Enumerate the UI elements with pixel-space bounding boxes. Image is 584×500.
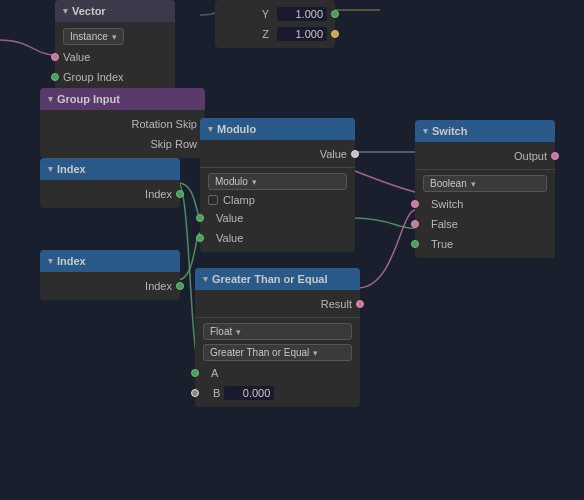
node-modulo: ▾ Modulo Value Modulo Clamp Value Value	[200, 118, 355, 252]
modulo-clamp-label: Clamp	[223, 194, 255, 206]
gte-op-dropdown[interactable]: Greater Than or Equal	[203, 344, 352, 361]
switch-header[interactable]: ▾ Switch	[415, 120, 555, 142]
gte-b-label: B	[213, 387, 220, 399]
modulo-val1-label: Value	[216, 212, 243, 224]
modulo-value-out: Value	[320, 148, 347, 160]
gte-header[interactable]: ▾ Greater Than or Equal	[195, 268, 360, 290]
group-index-port	[51, 73, 59, 81]
index1-header[interactable]: ▾ Index	[40, 158, 180, 180]
modulo-header[interactable]: ▾ Modulo	[200, 118, 355, 140]
z-value[interactable]	[277, 27, 327, 41]
group-input-title: Group Input	[57, 93, 120, 105]
node-yz: Y Z	[215, 0, 335, 48]
gte-result-port	[356, 300, 364, 308]
switch-false-row: False	[415, 214, 555, 234]
switch-output-label: Output	[514, 150, 547, 162]
chevron-icon: ▾	[48, 164, 53, 174]
index1-body: Index	[40, 180, 180, 208]
switch-false-port	[411, 220, 419, 228]
node-index-2: ▾ Index Index	[40, 250, 180, 300]
z-row: Z	[215, 24, 335, 44]
gte-b-port	[191, 389, 199, 397]
value-row: Value	[55, 47, 175, 67]
gte-op-label: Greater Than or Equal	[210, 347, 309, 358]
y-value[interactable]	[277, 7, 327, 21]
switch-sep	[415, 169, 555, 170]
switch-title: Switch	[432, 125, 467, 137]
gte-type-row: Float	[195, 321, 360, 342]
y-port	[331, 10, 339, 18]
modulo-value-out-row: Value	[200, 144, 355, 164]
node-index-1: ▾ Index Index	[40, 158, 180, 208]
gte-a-port	[191, 369, 199, 377]
group-input-header[interactable]: ▾ Group Input	[40, 88, 205, 110]
gte-type-dropdown[interactable]: Float	[203, 323, 352, 340]
modulo-op-row: Modulo	[200, 171, 355, 192]
switch-type-label: Boolean	[430, 178, 467, 189]
chevron-icon: ▾	[63, 6, 68, 16]
modulo-op-label: Modulo	[215, 176, 248, 187]
group-index-row: Group Index	[55, 67, 175, 87]
instance-row: Instance	[55, 26, 175, 47]
gte-op-row: Greater Than or Equal	[195, 342, 360, 363]
modulo-value-out-port	[351, 150, 359, 158]
instance-dropdown[interactable]: Instance	[63, 28, 124, 45]
index2-row: Index	[40, 276, 180, 296]
switch-switch-row: Switch	[415, 194, 555, 214]
index2-port	[176, 282, 184, 290]
gte-result-row: Result	[195, 294, 360, 314]
node-vector: ▾ Vector Instance Value Group Index	[55, 0, 175, 91]
group-index-label: Group Index	[63, 71, 124, 83]
chevron-icon: ▾	[48, 94, 53, 104]
index2-title: Index	[57, 255, 86, 267]
gte-sep1	[195, 317, 360, 318]
switch-output-row: Output	[415, 146, 555, 166]
modulo-clamp-checkbox[interactable]	[208, 195, 218, 205]
gte-type-label: Float	[210, 326, 232, 337]
switch-true-port	[411, 240, 419, 248]
gte-b-row: B	[195, 383, 360, 403]
gte-b-value[interactable]	[224, 386, 274, 400]
rotation-skip-row: Rotation Skip	[40, 114, 205, 134]
index1-title: Index	[57, 163, 86, 175]
y-label: Y	[262, 8, 269, 20]
index2-label: Index	[145, 280, 172, 292]
vector-body: Instance Value Group Index	[55, 22, 175, 91]
y-row: Y	[215, 4, 335, 24]
index2-body: Index	[40, 272, 180, 300]
node-switch: ▾ Switch Output Boolean Switch False Tru…	[415, 120, 555, 258]
vector-title: Vector	[72, 5, 106, 17]
node-group-input: ▾ Group Input Rotation Skip Skip Row	[40, 88, 205, 158]
switch-switch-port	[411, 200, 419, 208]
modulo-val2-label: Value	[216, 232, 243, 244]
switch-true-label: True	[431, 238, 453, 250]
switch-switch-label: Switch	[431, 198, 463, 210]
gte-a-row: A	[195, 363, 360, 383]
value-port-left	[51, 53, 59, 61]
group-input-body: Rotation Skip Skip Row	[40, 110, 205, 158]
modulo-val1-port	[196, 214, 204, 222]
switch-type-dropdown[interactable]: Boolean	[423, 175, 547, 192]
index2-header[interactable]: ▾ Index	[40, 250, 180, 272]
modulo-title: Modulo	[217, 123, 256, 135]
chevron-icon: ▾	[203, 274, 208, 284]
index1-row: Index	[40, 184, 180, 204]
chevron-icon: ▾	[48, 256, 53, 266]
modulo-clamp-row: Clamp	[200, 192, 355, 208]
vector-header[interactable]: ▾ Vector	[55, 0, 175, 22]
skip-row-label: Skip Row	[151, 138, 197, 150]
gte-result-label: Result	[321, 298, 352, 310]
z-label: Z	[262, 28, 269, 40]
modulo-sep1	[200, 167, 355, 168]
z-port	[331, 30, 339, 38]
switch-body: Output Boolean Switch False True	[415, 142, 555, 258]
chevron-icon: ▾	[423, 126, 428, 136]
modulo-op-dropdown[interactable]: Modulo	[208, 173, 347, 190]
modulo-val2-port	[196, 234, 204, 242]
chevron-icon: ▾	[208, 124, 213, 134]
rotation-skip-label: Rotation Skip	[132, 118, 197, 130]
switch-type-row: Boolean	[415, 173, 555, 194]
gte-a-label: A	[211, 367, 218, 379]
value-label: Value	[63, 51, 90, 63]
index1-port	[176, 190, 184, 198]
